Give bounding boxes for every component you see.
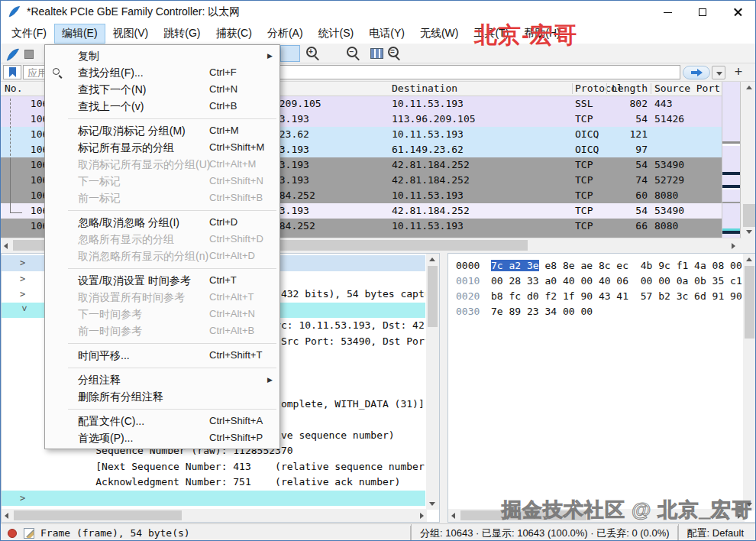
packet-list-vscrollbar[interactable] [741,82,756,238]
menu-item[interactable]: 复制 ▶ [45,47,279,64]
menu-item[interactable]: 忽略/取消忽略 分组(I) Ctrl+D [45,214,279,231]
menu-item[interactable]: 查找下一个(N) Ctrl+N [45,81,279,98]
detail-line[interactable]: 0101 .... = Header Length: 20 bytes (5) [2,475,425,491]
zoom-in-icon[interactable]: + [305,45,321,61]
menubar-item[interactable]: 无线(W) [412,24,467,44]
close-button[interactable] [720,1,755,24]
expert-info-icon[interactable] [8,529,17,538]
scroll-up-icon[interactable] [746,258,752,261]
menu-item-label: 复制 [78,50,99,62]
expand-arrow-icon[interactable]: > [20,491,29,507]
column-header-source-port[interactable]: Source Port [654,82,720,96]
menu-item[interactable]: 取消标记所有显示的分组(U) Ctrl+Alt+M [45,156,279,173]
scroll-down-icon[interactable] [746,230,752,234]
detail-vscrollbar[interactable] [426,254,439,510]
add-filter-button[interactable]: + [731,63,746,82]
menubar-item[interactable]: 统计(S) [311,24,362,44]
filter-bookmark-button[interactable] [3,65,21,79]
menu-item[interactable] [45,115,279,122]
hex-vscrollbar[interactable] [743,254,756,510]
menu-item-icon [52,374,63,385]
menu-item[interactable]: 标记/取消标记 分组(M) Ctrl+M [45,122,279,139]
scrollbar-thumb[interactable] [743,204,755,227]
expand-arrow-icon[interactable]: > [20,271,29,287]
column-header-length[interactable]: Length [608,82,648,96]
hex-bytes[interactable]: 00 28 33 a0 40 00 40 06 00 00 0a 0b 35 c… [491,275,743,287]
hex-bytes[interactable]: 7e 89 23 34 00 00 [491,306,593,317]
zoom-reset-icon[interactable]: = [386,45,402,61]
zoom-out-icon[interactable]: − [345,45,361,61]
menu-item[interactable]: 取消忽略所有显示的分组(n) Ctrl+Alt+D [45,248,279,264]
menu-item[interactable]: 忽略所有显示的分组 Ctrl+Shift+D [45,231,279,248]
hex-row[interactable]: 001000 28 33 a0 40 00 40 06 00 00 0a 0b … [448,274,743,289]
menubar-item[interactable]: 文件(F) [4,24,54,44]
expand-arrow-icon[interactable]: > [20,287,29,303]
menubar-item[interactable]: 视图(V) [105,24,157,44]
scrollbar-thumb[interactable] [745,266,754,339]
menu-item[interactable]: 前一标记 Ctrl+Shift+B [45,190,279,206]
hex-bytes[interactable]: e8 8e ae 8c ec 4b 9c f1 4a 08 00 45 00 [539,260,743,271]
minimize-button[interactable] [650,1,685,24]
maximize-button[interactable] [685,1,720,24]
cell-protocol: OICQ [575,142,599,157]
menu-item[interactable]: 首选项(P)... Ctrl+Shift+P [45,429,279,446]
hex-row[interactable]: 00307e 89 23 34 00 00 [448,304,743,319]
menu-item[interactable]: 查找分组(F)... Ctrl+F [45,64,279,81]
menu-item[interactable]: 下一时间参考 Ctrl+Alt+N [45,306,279,322]
scrollbar-thumb[interactable] [428,266,438,327]
detail-hscrollbar[interactable] [2,509,427,522]
menu-item[interactable]: 时间平移... Ctrl+Shift+T [45,347,279,364]
scroll-up-icon[interactable] [746,86,752,89]
menu-item-label: 取消设置所有时间参考 [78,291,185,303]
menu-item[interactable]: 删除所有分组注释 [45,388,279,405]
menu-item[interactable] [45,405,279,413]
menu-item[interactable] [45,264,279,272]
menu-item-shortcut: Ctrl+Shift+M [209,139,264,156]
expand-arrow-icon[interactable]: > [17,306,33,315]
wireshark-fin-icon[interactable] [5,47,20,63]
profile-badge[interactable]: 配置: Default [678,524,752,541]
scrollbar-thumb[interactable] [14,510,182,520]
resize-columns-icon[interactable] [370,48,383,59]
menu-item[interactable] [45,339,279,347]
scroll-right-icon[interactable] [420,513,424,519]
menu-item-label: 删除所有分组注释 [78,390,163,403]
hex-bytes[interactable]: b8 fc d0 f2 1f 90 43 41 57 b2 3c 6d 91 9… [491,290,743,302]
menubar-item[interactable]: 分析(A) [260,24,311,44]
menubar-item[interactable]: 电话(Y) [361,24,412,44]
scroll-left-icon[interactable] [451,513,455,519]
menubar-item[interactable]: 跳转(G) [156,24,208,44]
menu-item[interactable]: 查找上一个(v) Ctrl+B [45,98,279,115]
menu-item-label: 取消标记所有显示的分组(U) [78,158,210,170]
scroll-left-icon[interactable] [4,243,8,249]
hex-row[interactable]: 00007c a2 3e e8 8e ae 8c ec 4b 9c f1 4a … [448,258,743,274]
scroll-left-icon[interactable] [5,513,8,519]
menu-item[interactable]: 标记所有显示的分组 Ctrl+Shift+M [45,139,279,156]
intelligent-scrollbar[interactable] [722,82,741,238]
expand-arrow-icon[interactable]: > [20,255,29,271]
hex-row[interactable]: 0020b8 fc d0 f2 1f 90 43 41 57 b2 3c 6d … [448,289,743,304]
menu-item[interactable]: 下一标记 Ctrl+Shift+N [45,173,279,190]
column-header-no[interactable]: No. [5,82,22,96]
menu-item[interactable]: 取消设置所有时间参考 Ctrl+Alt+T [45,289,279,306]
capture-comment-icon[interactable] [24,528,34,539]
coloring-rules-button[interactable] [280,45,300,62]
menu-item[interactable]: 前一时间参考 Ctrl+Alt+B [45,322,279,339]
stop-capture-icon[interactable] [24,50,34,59]
menu-item[interactable]: 分组注释 ▶ [45,371,279,388]
apply-filter-button[interactable] [683,66,710,79]
menubar-item[interactable]: 捕获(C) [208,24,259,44]
scroll-up-icon[interactable] [429,258,435,261]
detail-line[interactable]: Acknowledgment number (raw): 1013813648 [2,459,425,475]
column-header-destination[interactable]: Destination [392,82,457,96]
menu-item[interactable] [45,364,279,371]
scroll-right-icon[interactable] [732,243,735,249]
menu-item[interactable]: 配置文件(C)... Ctrl+Shift+A [45,413,279,429]
menu-item[interactable]: 设置/取消设置 时间参考 Ctrl+T [45,272,279,289]
hex-selected-bytes[interactable]: 7c a2 3e [491,260,539,271]
scroll-down-icon[interactable] [429,502,435,506]
menubar-item[interactable]: 编辑(E) [54,24,105,44]
filter-dropdown-button[interactable] [712,66,725,79]
menu-item[interactable] [45,206,279,214]
detail-line[interactable]: > Flags: 0x011 (FIN, ACK) [2,491,425,507]
